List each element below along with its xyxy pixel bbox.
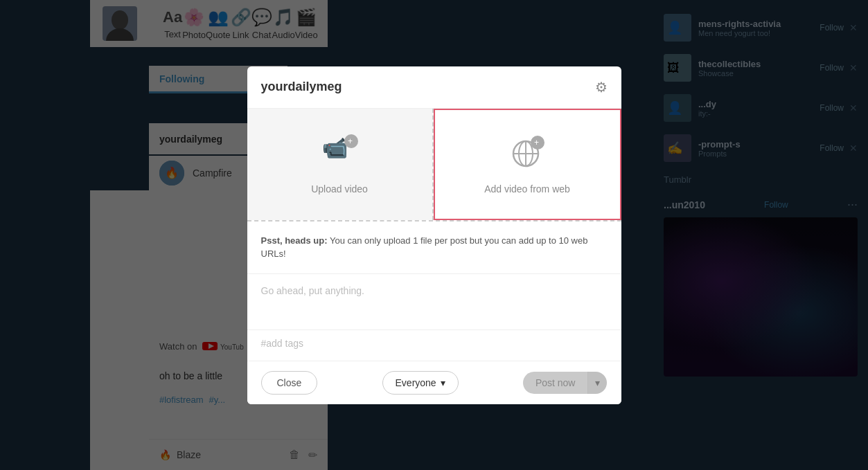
upload-video-icon: 📹 +: [319, 134, 360, 175]
upload-area: 📹 + Upload video + Add video from web: [247, 109, 621, 222]
add-from-web-label: Add video from web: [484, 183, 570, 195]
info-section: Psst, heads up: You can only upload 1 fi…: [247, 222, 621, 274]
post-now-button[interactable]: Post now: [523, 372, 588, 394]
info-bold: Psst, heads up:: [261, 235, 328, 246]
add-from-web-option[interactable]: + Add video from web: [434, 109, 621, 220]
audience-chevron: ▾: [441, 377, 445, 388]
info-text: Psst, heads up: You can only upload 1 fi…: [261, 234, 608, 261]
close-modal-button[interactable]: Close: [261, 371, 318, 395]
post-arrow-icon: ▾: [595, 377, 600, 388]
tags-input-area[interactable]: #add tags: [247, 329, 621, 361]
tags-placeholder: #add tags: [261, 338, 304, 349]
upload-video-label: Upload video: [311, 183, 368, 195]
modal-username: yourdailymeg: [261, 80, 342, 94]
content-area[interactable]: Go ahead, put anything.: [247, 274, 621, 329]
post-button-group: Post now ▾: [523, 372, 608, 394]
svg-text:+: +: [534, 138, 539, 147]
modal-header: yourdailymeg ⚙: [247, 66, 621, 109]
upload-video-option[interactable]: 📹 + Upload video: [247, 109, 434, 220]
add-from-web-icon: +: [506, 134, 548, 175]
content-placeholder: Go ahead, put anything.: [261, 285, 364, 296]
settings-icon[interactable]: ⚙: [595, 79, 608, 96]
post-modal: yourdailymeg ⚙ 📹 + Upload video: [247, 66, 621, 404]
post-dropdown-button[interactable]: ▾: [587, 372, 607, 394]
audience-label: Everyone: [396, 377, 436, 388]
audience-selector[interactable]: Everyone ▾: [382, 371, 459, 395]
svg-text:+: +: [348, 136, 353, 146]
modal-footer: Close Everyone ▾ Post now ▾: [247, 361, 621, 404]
svg-text:📹: 📹: [322, 136, 348, 161]
